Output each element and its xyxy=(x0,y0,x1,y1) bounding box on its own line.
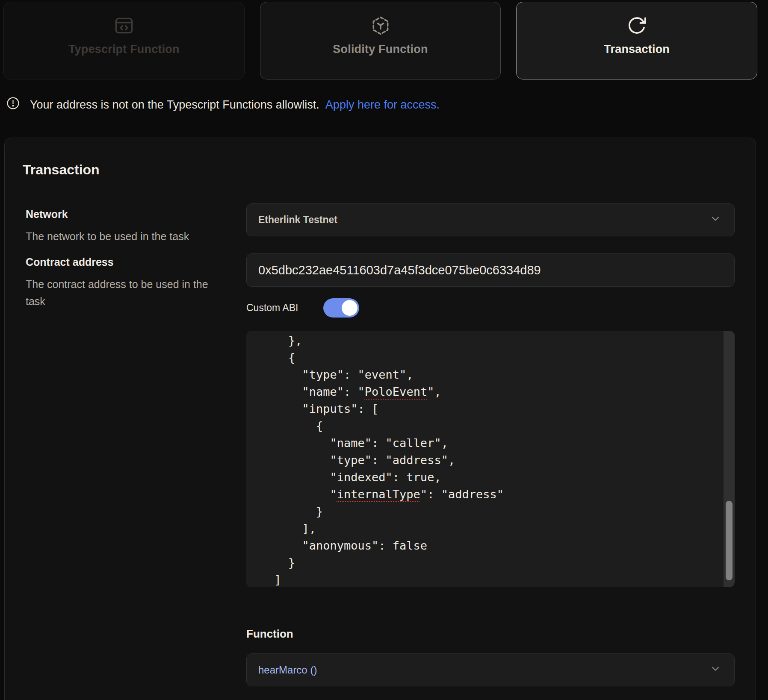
tab-label: Typescript Function xyxy=(68,43,180,56)
chevron-down-icon xyxy=(709,213,721,227)
network-description: The network to be used in the task xyxy=(26,228,189,245)
panel-title: Transaction xyxy=(23,162,100,178)
scrollbar-thumb[interactable] xyxy=(726,501,733,580)
tab-label: Solidity Function xyxy=(333,43,428,56)
chevron-down-icon xyxy=(709,663,721,677)
tab-label: Transaction xyxy=(604,43,670,56)
contract-address-description: The contract address to be used in the t… xyxy=(26,276,227,310)
apply-access-link[interactable]: Apply here for access. xyxy=(325,98,440,112)
banner-message: Your address is not on the Typescript Fu… xyxy=(30,98,319,112)
function-label: Function xyxy=(246,627,293,641)
code-line: ], xyxy=(260,520,709,537)
hexagon-cube-icon xyxy=(370,15,391,36)
network-select-value: Etherlink Testnet xyxy=(258,214,337,226)
code-line: ] xyxy=(260,571,709,587)
code-window-icon xyxy=(113,15,135,36)
code-line: "type": "address", xyxy=(260,452,709,469)
custom-abi-label: Custom ABI xyxy=(246,298,298,318)
abi-code-editor[interactable]: }, { "type": "event", "name": "PoloEvent… xyxy=(246,331,735,587)
rotate-cw-icon xyxy=(626,15,647,36)
network-label: Network xyxy=(26,208,68,221)
tab-solidity-function[interactable]: Solidity Function xyxy=(260,2,501,79)
code-line: "type": "event", xyxy=(260,366,709,383)
code-line: } xyxy=(260,503,709,520)
scrollbar-track[interactable] xyxy=(724,331,735,587)
alert-circle-icon xyxy=(6,97,30,113)
toggle-thumb xyxy=(342,300,357,316)
function-select-value: hearMarco () xyxy=(258,664,317,676)
transaction-panel: Transaction Network The network to be us… xyxy=(4,138,756,700)
custom-abi-toggle[interactable] xyxy=(323,298,359,318)
network-select[interactable]: Etherlink Testnet xyxy=(246,203,735,236)
code-line: { xyxy=(260,418,709,435)
allowlist-banner: Your address is not on the Typescript Fu… xyxy=(6,97,440,113)
code-line: } xyxy=(260,554,709,571)
abi-code: }, { "type": "event", "name": "PoloEvent… xyxy=(260,332,709,587)
tab-transaction[interactable]: Transaction xyxy=(516,2,757,79)
code-line: { xyxy=(260,349,709,366)
code-line: "name": "PoloEvent", xyxy=(260,383,709,400)
code-line: "indexed": true, xyxy=(260,469,709,486)
contract-address-input[interactable] xyxy=(246,253,735,287)
code-line: "inputs": [ xyxy=(260,400,709,418)
function-select[interactable]: hearMarco () xyxy=(246,653,735,686)
code-line: "anonymous": false xyxy=(260,537,709,554)
code-line: }, xyxy=(260,332,709,349)
task-type-tabs: Typescript Function Solidity Function Tr… xyxy=(3,2,757,79)
code-line: "name": "caller", xyxy=(260,435,709,452)
tab-typescript-function[interactable]: Typescript Function xyxy=(3,2,245,79)
contract-address-label: Contract address xyxy=(26,256,114,268)
code-line: "internalType": "address" xyxy=(260,486,709,503)
